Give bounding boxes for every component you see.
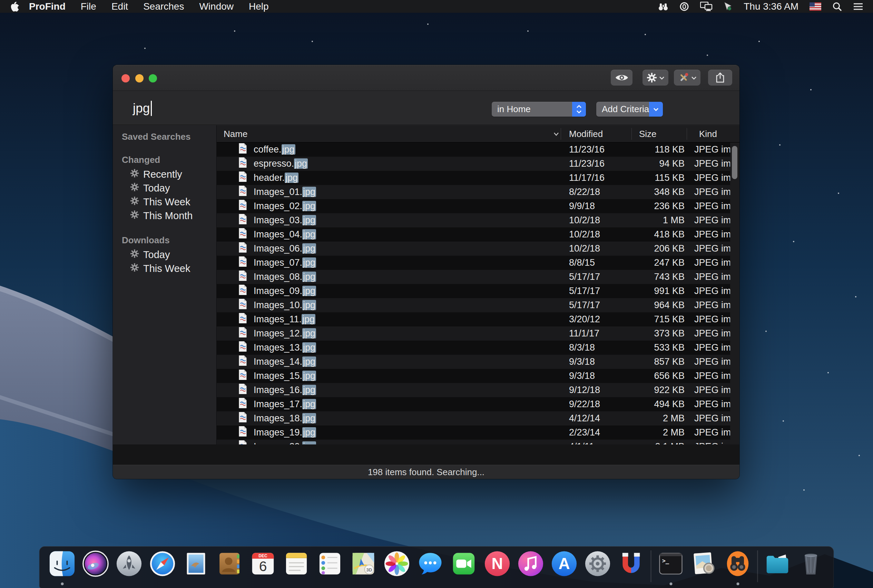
dock-itunes-icon[interactable] xyxy=(518,550,544,577)
file-size: 2 MB xyxy=(632,413,687,424)
dock-finder-icon[interactable] xyxy=(49,550,76,577)
gear-icon xyxy=(130,263,139,274)
column-header-name[interactable]: Name xyxy=(224,125,248,142)
dock-safari-icon[interactable] xyxy=(149,550,176,577)
scrollbar-thumb[interactable] xyxy=(732,146,737,179)
table-row[interactable]: Images_04.jpg10/2/18418 KBJPEG image xyxy=(217,227,740,242)
file-size: 964 KB xyxy=(632,300,687,310)
power-circle-status-icon[interactable] xyxy=(680,2,689,11)
search-input[interactable]: jpg xyxy=(133,101,152,116)
table-row[interactable]: Images_03.jpg10/2/181 MBJPEG image xyxy=(217,213,740,227)
table-row[interactable]: coffee.jpg11/23/16118 KBJPEG image xyxy=(217,142,740,157)
file-modified: 8/8/15 xyxy=(561,257,632,268)
dock-magnet-icon[interactable] xyxy=(618,550,645,577)
table-row[interactable]: Images_09.jpg5/17/17991 KBJPEG image xyxy=(217,284,740,298)
dock-notes-icon[interactable] xyxy=(283,550,310,577)
file-size: 533 KB xyxy=(632,342,687,353)
dock-downloads-folder-icon[interactable] xyxy=(764,550,791,577)
jpeg-file-icon xyxy=(238,270,254,284)
jpeg-file-icon xyxy=(238,398,254,411)
file-size: 348 KB xyxy=(632,187,687,197)
cursor-status-icon[interactable] xyxy=(724,2,732,11)
table-row[interactable]: Images_07.jpg8/8/15247 KBJPEG image xyxy=(217,256,740,270)
sidebar-item-today[interactable]: Today xyxy=(113,248,216,262)
table-row[interactable]: Images_08.jpg5/17/17743 KBJPEG image xyxy=(217,270,740,284)
apple-menu-icon[interactable] xyxy=(10,2,20,12)
table-row[interactable]: Images_01.jpg8/22/18348 KBJPEG image xyxy=(217,185,740,199)
table-row[interactable]: Images_18.jpg4/12/142 MBJPEG image xyxy=(217,411,740,426)
dock-siri-icon[interactable] xyxy=(82,550,109,577)
notification-center-icon[interactable] xyxy=(853,2,863,11)
table-row[interactable]: Images_13.jpg8/3/18533 KBJPEG image xyxy=(217,340,740,355)
displays-status-icon[interactable] xyxy=(700,2,712,11)
column-header-size[interactable]: Size xyxy=(639,125,657,142)
dock-launchpad-icon[interactable] xyxy=(116,550,142,577)
dock-contacts-icon[interactable] xyxy=(216,550,243,577)
dock-appstore-icon[interactable]: A xyxy=(551,550,578,577)
jpeg-file-icon xyxy=(238,171,254,184)
tools-menu-button[interactable] xyxy=(674,70,700,86)
scope-select[interactable]: in Home xyxy=(492,102,586,117)
dock-maps-icon[interactable]: 3D xyxy=(350,550,377,577)
menu-edit[interactable]: Edit xyxy=(111,1,128,12)
zoom-button[interactable] xyxy=(149,74,157,82)
quick-look-button[interactable] xyxy=(611,70,633,86)
table-row[interactable]: espresso.jpg11/23/1694 KBJPEG image xyxy=(217,157,740,171)
file-name: Images_16.jpg xyxy=(254,385,316,396)
table-row[interactable]: Images_14.jpg9/3/18857 KBJPEG image xyxy=(217,355,740,369)
table-row[interactable]: Images_11.jpg3/20/12715 KBJPEG image xyxy=(217,312,740,326)
close-button[interactable] xyxy=(122,74,130,82)
sidebar-item-today[interactable]: Today xyxy=(113,181,216,195)
share-button[interactable] xyxy=(708,70,732,86)
table-row[interactable]: header.jpg11/17/16115 KBJPEG image xyxy=(217,171,740,185)
table-row[interactable]: Images_19.jpg2/23/142 MBJPEG image xyxy=(217,426,740,440)
action-menu-button[interactable] xyxy=(642,70,668,86)
dock-profind-icon[interactable] xyxy=(724,550,751,577)
title-bar[interactable] xyxy=(113,65,740,91)
gear-icon xyxy=(130,169,139,180)
sidebar-item-this-week[interactable]: This Week xyxy=(113,195,216,209)
spotlight-icon[interactable] xyxy=(832,2,842,11)
table-row[interactable]: Images_16.jpg9/12/18922 KBJPEG image xyxy=(217,383,740,397)
table-row[interactable]: Images_17.jpg9/22/18494 KBJPEG image xyxy=(217,397,740,411)
scrollbar-track[interactable] xyxy=(730,142,740,444)
dock-news-icon[interactable]: N xyxy=(484,550,511,577)
table-row[interactable]: Images_12.jpg11/1/17373 KBJPEG image xyxy=(217,326,740,340)
dock-reminders-icon[interactable] xyxy=(317,550,344,577)
search-bar: jpg in Home Add Criteria xyxy=(113,91,740,125)
file-name: Images_20.jpg xyxy=(254,441,316,444)
svg-text:DEC: DEC xyxy=(258,554,267,558)
svg-text:A: A xyxy=(558,555,570,573)
dock-facetime-icon[interactable] xyxy=(451,550,477,577)
app-menu-name[interactable]: ProFind xyxy=(29,1,66,12)
table-row[interactable]: Images_20.jpg4/1/112.1 MBJPEG image xyxy=(217,440,740,444)
dock-calendar-icon[interactable]: DEC6 xyxy=(250,550,276,577)
menu-help[interactable]: Help xyxy=(249,1,269,12)
dock-photos-icon[interactable] xyxy=(384,550,410,577)
dock-mail-icon[interactable] xyxy=(183,550,210,577)
input-source-flag-icon[interactable] xyxy=(810,2,821,11)
minimize-button[interactable] xyxy=(135,74,144,82)
column-header-modified[interactable]: Modified xyxy=(569,125,603,142)
table-row[interactable]: Images_15.jpg9/3/18656 KBJPEG image xyxy=(217,369,740,383)
menu-searches[interactable]: Searches xyxy=(143,1,184,12)
table-row[interactable]: Images_10.jpg5/17/17964 KBJPEG image xyxy=(217,298,740,312)
column-header-kind[interactable]: Kind xyxy=(699,125,717,142)
sidebar-item-this-month[interactable]: This Month xyxy=(113,209,216,223)
sidebar-item-this-week[interactable]: This Week xyxy=(113,262,216,275)
sidebar-item-recently[interactable]: Recently xyxy=(113,167,216,181)
binoculars-status-icon[interactable] xyxy=(658,2,668,11)
dock-trash-icon[interactable] xyxy=(798,550,824,577)
table-row[interactable]: Images_02.jpg9/9/18236 KBJPEG image xyxy=(217,199,740,213)
menu-file[interactable]: File xyxy=(81,1,96,12)
dock-terminal-icon[interactable]: >_ xyxy=(658,550,684,577)
menu-clock[interactable]: Thu 3:36 AM xyxy=(744,1,798,12)
file-size: 115 KB xyxy=(632,172,687,183)
menu-window[interactable]: Window xyxy=(199,1,234,12)
dock-messages-icon[interactable] xyxy=(417,550,444,577)
table-row[interactable]: Images_06.jpg10/2/18206 KBJPEG image xyxy=(217,242,740,256)
dock-preview-icon[interactable] xyxy=(691,550,718,577)
dock-sysprefs-icon[interactable] xyxy=(585,550,611,577)
file-name: Images_12.jpg xyxy=(254,328,316,339)
add-criteria-button[interactable]: Add Criteria xyxy=(596,102,662,117)
